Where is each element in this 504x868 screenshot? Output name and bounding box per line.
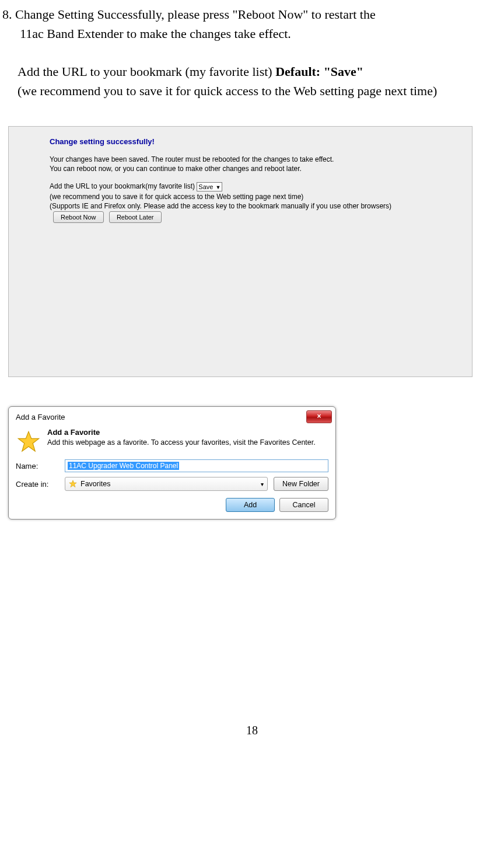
- name-field-value: 11AC Upgrader Web Control Panel: [68, 462, 179, 470]
- add-button[interactable]: Add: [226, 498, 275, 512]
- svg-marker-0: [18, 431, 38, 451]
- panel1-line3-row: Add the URL to your bookmark(my favorite…: [50, 182, 472, 191]
- save-dropdown[interactable]: Save▼: [197, 182, 222, 191]
- step-8-paragraph: 8. Change Setting Successfully, please p…: [2, 5, 498, 43]
- dialog-description: Add this webpage as a favorite. To acces…: [47, 438, 316, 447]
- createin-value: Favorites: [80, 480, 110, 488]
- dialog-titlebar: Add a Favorite ×: [9, 407, 335, 426]
- createin-dropdown[interactable]: Favorites ▾: [65, 477, 268, 491]
- bookmark-paragraph: Add the URL to your bookmark (my favorit…: [18, 62, 498, 100]
- panel1-line5: (Supports IE and Firefox only. Please ad…: [50, 202, 472, 210]
- chevron-down-icon: ▾: [261, 481, 264, 487]
- panel1-title: Change setting successfully!: [50, 137, 472, 146]
- panel1-line3: Add the URL to your bookmark(my favorite…: [50, 182, 195, 190]
- new-folder-button[interactable]: New Folder: [274, 477, 328, 491]
- save-dropdown-value: Save: [198, 183, 213, 190]
- bookmark-text-2: (we recommend you to save it for quick a…: [18, 83, 437, 98]
- dialog-heading: Add a Favorite: [47, 428, 316, 437]
- panel1-line1: Your changes have been saved. The router…: [50, 155, 472, 163]
- star-icon: [17, 430, 40, 454]
- step-number: 8.: [2, 7, 12, 22]
- name-label: Name:: [16, 462, 59, 470]
- step-text-line2: 11ac Band Extender to make the changes t…: [2, 26, 291, 41]
- bookmark-default-bold: Default: "Save": [275, 64, 363, 79]
- name-field[interactable]: 11AC Upgrader Web Control Panel: [65, 459, 328, 472]
- panel1-line2: You can reboot now, or you can continue …: [50, 165, 472, 173]
- step-text-line1: Change Setting Successfully, please pres…: [15, 7, 376, 22]
- bookmark-text-1: Add the URL to your bookmark (my favorit…: [18, 64, 275, 79]
- svg-marker-1: [69, 480, 76, 487]
- close-icon: ×: [317, 412, 321, 420]
- createin-label: Create in:: [16, 480, 59, 489]
- mini-star-icon: [69, 480, 77, 488]
- router-settings-panel: Change setting successfully! Your change…: [8, 126, 473, 377]
- close-button[interactable]: ×: [306, 410, 332, 423]
- reboot-now-button[interactable]: Reboot Now: [53, 211, 104, 223]
- dialog-title: Add a Favorite: [16, 413, 65, 421]
- panel1-line4: (we recommend you to save it for quick a…: [50, 193, 472, 201]
- cancel-button[interactable]: Cancel: [279, 498, 328, 512]
- page-number: 18: [0, 724, 504, 755]
- add-favorite-dialog: Add a Favorite × Add a Favorite Add this…: [8, 406, 336, 520]
- chevron-down-icon: ▼: [213, 184, 220, 190]
- reboot-later-button[interactable]: Reboot Later: [109, 211, 162, 223]
